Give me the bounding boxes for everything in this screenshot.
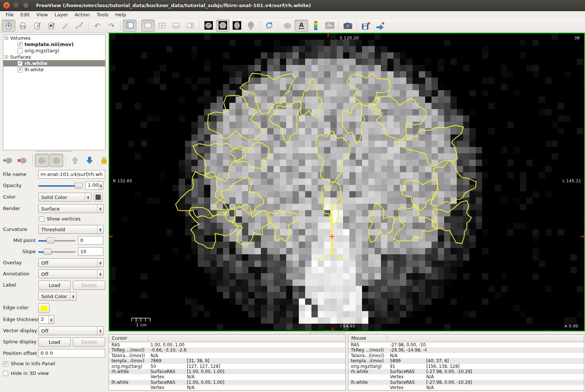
maximize-button[interactable]: ▢ xyxy=(22,2,29,9)
spline-delete-button[interactable]: Delete xyxy=(73,337,105,347)
label-load-button[interactable]: Load xyxy=(38,281,71,290)
info-cell: SurfaceRAS xyxy=(390,369,426,374)
mouse-info-panel: MouseRAS-27.98, 0.00, -10.29TkReg ...(mo… xyxy=(348,334,584,391)
spline-load-button[interactable]: Load xyxy=(38,337,71,347)
menu-edit[interactable]: Edit xyxy=(17,12,33,18)
navigate-button[interactable] xyxy=(2,20,15,32)
collapse-icon[interactable] xyxy=(5,55,8,59)
layer-item-lh-white[interactable]: ✓lh.white xyxy=(3,66,105,73)
info-cell: orig.mgz(targ) xyxy=(348,364,390,369)
surface-tool-button[interactable] xyxy=(281,20,294,32)
layer-item-rh-white[interactable]: ✓rh.white xyxy=(3,60,105,66)
menu-view[interactable]: View xyxy=(33,12,51,18)
panel-splitter[interactable] xyxy=(36,151,73,152)
goto-point-button[interactable] xyxy=(374,20,387,32)
edge-color-swatch[interactable] xyxy=(38,303,49,313)
surface-main-button[interactable] xyxy=(35,154,49,167)
annotation-dropdown[interactable]: Off▲▼ xyxy=(38,270,104,278)
edge-thickness-spinbox[interactable]: 2▲▼ xyxy=(38,315,54,324)
info-cell: [-27.98, 0.00, -10.29] xyxy=(426,380,584,385)
menu-tools[interactable]: Tools xyxy=(93,12,112,18)
info-panel-header: Cursor xyxy=(109,334,345,342)
move-layer-down-button[interactable] xyxy=(83,154,96,167)
save-point-button[interactable] xyxy=(359,20,373,32)
layer-visibility-checkbox[interactable]: ✓ xyxy=(17,61,23,66)
edge-thickness-label: Edge thickness xyxy=(3,317,39,322)
free-edit-button[interactable] xyxy=(58,20,72,32)
time-course-button[interactable] xyxy=(323,20,336,32)
show-in-info-checkbox[interactable]: ✓ xyxy=(3,361,8,366)
mid-point-input[interactable] xyxy=(78,236,103,245)
menu-action[interactable]: Action xyxy=(71,12,93,18)
vector-display-dropdown[interactable]: Off▲▼ xyxy=(38,326,104,335)
layout-1n3-button[interactable] xyxy=(169,20,183,32)
label-label: Label xyxy=(3,282,16,288)
freeview-window: ✕ – ▢ FreeView (/home/nmrclass/tutorial_… xyxy=(0,0,585,392)
menu-file[interactable]: File xyxy=(2,12,17,18)
layer-visibility-checkbox[interactable]: ✓ xyxy=(17,42,23,47)
color-dropdown[interactable]: Solid Color▲▼ xyxy=(38,193,91,202)
dropdown-arrows-icon: ▲▼ xyxy=(97,259,103,267)
undo-button[interactable]: ↶ xyxy=(91,20,104,32)
color-scale-button[interactable] xyxy=(309,20,322,32)
close-button[interactable]: ✕ xyxy=(3,2,10,9)
layer-visibility-checkbox[interactable]: ✓ xyxy=(17,48,23,53)
minimize-button[interactable]: – xyxy=(13,2,20,9)
curvature-dropdown[interactable]: Threshold▲▼ xyxy=(38,225,104,234)
annotation-toggle-button[interactable]: A xyxy=(295,20,308,32)
info-cell: SurfaceRAS xyxy=(151,369,187,374)
info-cell: rh.white xyxy=(348,369,390,374)
hide-in-3d-checkbox[interactable]: ✓ xyxy=(3,371,8,376)
render-dropdown[interactable]: Surface▲▼ xyxy=(38,204,104,213)
layout-1x1-button[interactable] xyxy=(141,20,155,32)
info-cell: N/A xyxy=(151,353,187,358)
layer-item-template-nii-mov-[interactable]: ✓template.nii(mov) xyxy=(3,41,105,48)
panel-toggle-button[interactable] xyxy=(123,20,136,32)
info-cell: [1.00, 0.00, 1.00] xyxy=(187,369,345,374)
layout-1n3-h-button[interactable] xyxy=(184,20,197,32)
spin-arrows-icon[interactable]: ▲▼ xyxy=(98,182,103,189)
path-tool-button[interactable] xyxy=(72,20,86,32)
opacity-slider[interactable] xyxy=(38,182,83,189)
layer-item-label: orig.mgz(targ) xyxy=(25,48,59,53)
move-layer-up-button[interactable] xyxy=(68,154,82,167)
spin-arrows-icon[interactable]: ▲▼ xyxy=(48,316,54,323)
layer-visibility-checkbox[interactable]: ✓ xyxy=(17,67,23,72)
screenshot-button[interactable] xyxy=(341,20,355,32)
voxel-edit-button[interactable] xyxy=(30,20,43,32)
tree-group-volumes[interactable]: Volumes xyxy=(3,35,105,41)
view-3d-button[interactable] xyxy=(244,20,258,32)
info-cell: -27.98, 0.00, -10.29 xyxy=(390,342,426,347)
view-sagittal-button[interactable] xyxy=(202,20,215,32)
label-color-dropdown[interactable]: Solid Color▲▼ xyxy=(38,292,77,301)
file-name-input[interactable] xyxy=(38,170,105,179)
label-delete-button[interactable]: Delete xyxy=(73,281,105,290)
refresh-button[interactable] xyxy=(262,20,276,32)
slope-slider[interactable] xyxy=(38,248,75,255)
view-info-splitter[interactable] xyxy=(109,331,585,334)
opacity-spinbox[interactable]: 1.00▲▼ xyxy=(85,181,103,190)
menu-layer[interactable]: Layer xyxy=(51,12,71,18)
position-offset-input[interactable] xyxy=(38,349,105,357)
measure-button[interactable] xyxy=(16,20,29,32)
tree-group-surfaces[interactable]: Surfaces xyxy=(3,54,105,60)
layer-item-orig-mgz-targ-[interactable]: ✓orig.mgz(targ) xyxy=(3,48,105,54)
toolbar-separator xyxy=(32,155,33,166)
mid-point-slider[interactable] xyxy=(38,237,75,244)
surface-inflated-button[interactable] xyxy=(49,154,63,167)
layout-2x2-button[interactable] xyxy=(155,20,169,32)
slope-input[interactable] xyxy=(78,247,103,256)
load-surface-button[interactable] xyxy=(2,154,16,167)
coronal-slice-canvas[interactable] xyxy=(109,33,584,331)
show-vertices-checkbox[interactable]: ✓ xyxy=(39,216,44,222)
surface-color-swatch[interactable] xyxy=(94,193,103,202)
menu-help[interactable]: Help xyxy=(112,12,130,18)
unload-surface-button[interactable] xyxy=(16,154,30,167)
roi-edit-button[interactable]: R xyxy=(44,20,58,32)
view-coronal-button[interactable] xyxy=(216,20,229,32)
redo-button[interactable]: ↷ xyxy=(105,20,118,32)
view-axial-button[interactable] xyxy=(230,20,243,32)
overlay-dropdown[interactable]: Off▲▼ xyxy=(38,258,104,267)
collapse-icon[interactable] xyxy=(5,36,8,40)
info-cell xyxy=(109,385,151,390)
